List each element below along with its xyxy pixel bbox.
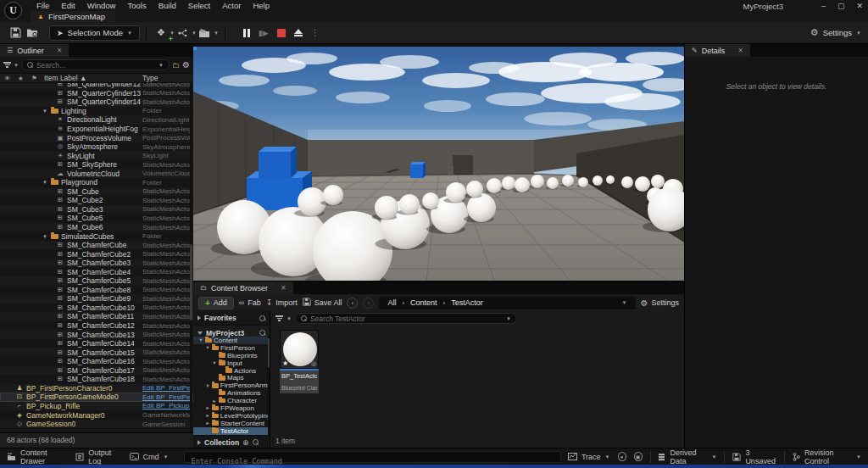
content-drawer-button[interactable]: Content Drawer: [7, 448, 69, 465]
outliner-row[interactable]: ⊞SM_ChamferCube17StaticMeshActor: [0, 366, 193, 376]
outliner-row[interactable]: ◇GameSession0GameSession: [0, 420, 193, 429]
outliner-row[interactable]: ⊞SM_ChamferCube9StaticMeshActor: [0, 294, 193, 304]
stop-button[interactable]: [277, 29, 286, 37]
tab-outliner[interactable]: ☰ Outliner ✕: [0, 44, 69, 57]
eject-button[interactable]: [294, 29, 303, 36]
outliner-row[interactable]: ⊞SM_ChamferCube13StaticMeshActor: [0, 330, 193, 339]
tree-folder-firstpersonarms[interactable]: ▼FirstPersonArms: [193, 382, 270, 389]
column-type[interactable]: Type: [142, 74, 158, 82]
expand-arrow-icon[interactable]: ►: [205, 413, 210, 418]
pause-button[interactable]: [243, 29, 250, 37]
search-icon[interactable]: [259, 330, 265, 336]
expand-arrow-icon[interactable]: ▼: [212, 360, 217, 365]
tree-folder-maps[interactable]: Maps: [193, 374, 270, 382]
asset-search[interactable]: ▼: [295, 313, 517, 324]
close-icon[interactable]: ✕: [57, 47, 63, 54]
outliner-row[interactable]: ⊞SM_ChamferCube2StaticMeshActor: [0, 249, 193, 259]
save-all-button[interactable]: Save All: [303, 298, 342, 308]
expand-arrow-icon[interactable]: ►: [205, 421, 210, 426]
expand-arrow-icon[interactable]: ▼: [205, 383, 210, 388]
tree-folder-firstperson[interactable]: ▼FirstPerson: [193, 344, 270, 352]
menu-window[interactable]: Window: [81, 1, 122, 10]
edit-blueprint-link[interactable]: Edit BP_FirstPersonGameMode: [142, 393, 192, 401]
search-icon[interactable]: [253, 439, 259, 445]
expand-arrow-icon[interactable]: ►: [212, 398, 217, 404]
asset-bp-testactor[interactable]: ★ ◎ BP_TestActor Blueprint Class: [277, 330, 321, 393]
outliner-row[interactable]: ◎SkyAtmosphereSkyAtmosphere: [0, 142, 193, 152]
menu-file[interactable]: File: [31, 1, 55, 10]
tree-folder-animations[interactable]: Animations: [193, 389, 270, 397]
outliner-row[interactable]: ⊞SM_ChamferCube16StaticMeshActor: [0, 357, 193, 366]
outliner-row[interactable]: ▼PlaygroundFolder: [0, 178, 193, 187]
outliner-row[interactable]: ⊞SM_ChamferCube12StaticMeshActor: [0, 321, 193, 331]
column-item-label[interactable]: Item Label ▲: [44, 74, 86, 82]
insights-icon[interactable]: ●: [618, 452, 626, 461]
breadcrumb-item[interactable]: Content: [410, 298, 437, 307]
outliner-search-input[interactable]: ▼: [21, 59, 170, 70]
step-forward-button[interactable]: ▮▶: [259, 29, 269, 37]
outliner-row[interactable]: ☀SkyLightSkyLight: [0, 151, 193, 160]
tree-folder-input[interactable]: ▼Input: [193, 359, 270, 367]
outliner-scrollbar[interactable]: [190, 83, 192, 432]
content-browser-settings[interactable]: ⚙ Settings: [641, 298, 680, 308]
blueprints-button[interactable]: [175, 25, 192, 41]
favorite-star-icon[interactable]: ★: [282, 359, 288, 367]
collections-row[interactable]: Collection ⊕: [193, 435, 270, 448]
chevron-down-icon[interactable]: ▼: [622, 300, 627, 305]
search-icon[interactable]: [259, 315, 265, 321]
minimize-button[interactable]: –: [821, 2, 826, 10]
edit-blueprint-link[interactable]: Edit BP_FirstPersonCharacter: [142, 384, 192, 392]
search-input[interactable]: [36, 61, 155, 70]
expand-arrow-icon[interactable]: ▼: [42, 109, 48, 114]
fab-button[interactable]: ∞ Fab: [239, 298, 261, 307]
close-button[interactable]: ✕: [856, 2, 863, 10]
outliner-row[interactable]: ⊞SM_QuarterCylinder14StaticMeshActor: [0, 98, 193, 107]
breadcrumb-item[interactable]: TestActor: [451, 298, 483, 307]
menu-help[interactable]: Help: [247, 1, 275, 10]
editor-mode-select[interactable]: ➤ Selection Mode ▼: [49, 25, 140, 41]
chevron-down-icon[interactable]: ▼: [14, 63, 19, 68]
expand-arrow-icon[interactable]: ▼: [198, 337, 203, 343]
add-actor-button[interactable]: ❖+: [153, 25, 170, 41]
outliner-row[interactable]: ⊞SM_Cube3StaticMeshActor: [0, 205, 193, 214]
outliner-row[interactable]: ⊞SM_ChamferCube18StaticMeshActor: [0, 375, 193, 384]
close-icon[interactable]: ✕: [281, 284, 287, 292]
screenshot-icon[interactable]: ▣: [634, 452, 643, 461]
trace-button[interactable]: Trace ▼: [568, 453, 610, 461]
outliner-row[interactable]: ⊞SM_ChamferCube14StaticMeshActor: [0, 339, 193, 348]
outliner-settings-icon[interactable]: ⚙: [182, 60, 190, 70]
create-folder-icon[interactable]: 🗀: [172, 61, 180, 70]
outliner-row[interactable]: ⊞SM_ChamferCube8StaticMeshActor: [0, 286, 193, 295]
menu-select[interactable]: Select: [182, 1, 216, 10]
forward-button[interactable]: ›: [363, 298, 374, 309]
tree-folder-levelprototyping[interactable]: ►LevelPrototyping: [193, 412, 270, 420]
menu-build[interactable]: Build: [153, 1, 182, 10]
favorite-column-icon[interactable]: ★: [18, 75, 24, 82]
tree-folder-content[interactable]: ▼Content: [193, 337, 270, 344]
add-collection-icon[interactable]: ⊕: [242, 438, 249, 447]
expand-arrow-icon[interactable]: ▼: [205, 345, 210, 350]
toolbar-settings[interactable]: ⚙ Settings ▼: [810, 27, 861, 38]
outliner-row[interactable]: ◈GameNetworkManager0GameNetworkManager: [0, 410, 193, 420]
tree-folder-testactor[interactable]: TestActor: [193, 427, 270, 435]
filter-icon[interactable]: [3, 62, 11, 68]
outliner-row[interactable]: ⊞SM_QuarterCylinder13StaticMeshActor: [0, 89, 193, 98]
outliner-row[interactable]: ⊞SM_CubeStaticMeshActor: [0, 187, 193, 197]
menu-tools[interactable]: Tools: [121, 1, 152, 10]
chevron-down-icon[interactable]: ▼: [287, 316, 292, 321]
menu-actor[interactable]: Actor: [216, 1, 247, 10]
outliner-row[interactable]: ☁VolumetricCloudVolumetricCloud: [0, 169, 193, 178]
favorites-header[interactable]: Favorites: [193, 311, 270, 326]
outliner-row[interactable]: ♟BP_FirstPersonCharacter0Edit BP_FirstPe…: [0, 384, 193, 393]
outliner-row[interactable]: ⊞SM_ChamferCube10StaticMeshActor: [0, 304, 193, 313]
level-tab[interactable]: ▲ FirstPersonMap: [31, 11, 115, 22]
output-log-button[interactable]: Output Log: [75, 448, 122, 465]
outliner-row[interactable]: ⊞SM_ChamferCube3StaticMeshActor: [0, 259, 193, 268]
unsaved-button[interactable]: 3 Unsaved: [732, 448, 776, 465]
outliner-row[interactable]: ⌐BP_Pickup_RifleEdit BP_Pickup_Rifle: [0, 402, 193, 411]
chevron-down-icon[interactable]: ▼: [214, 31, 219, 36]
outliner-row[interactable]: ⊞SM_ChamferCubeStaticMeshActor: [0, 241, 193, 250]
browse-content-button[interactable]: [24, 25, 41, 41]
outliner-row[interactable]: ⊞SM_ChamferCube4StaticMeshActor: [0, 267, 193, 276]
console-command-bar[interactable]: [184, 451, 561, 463]
